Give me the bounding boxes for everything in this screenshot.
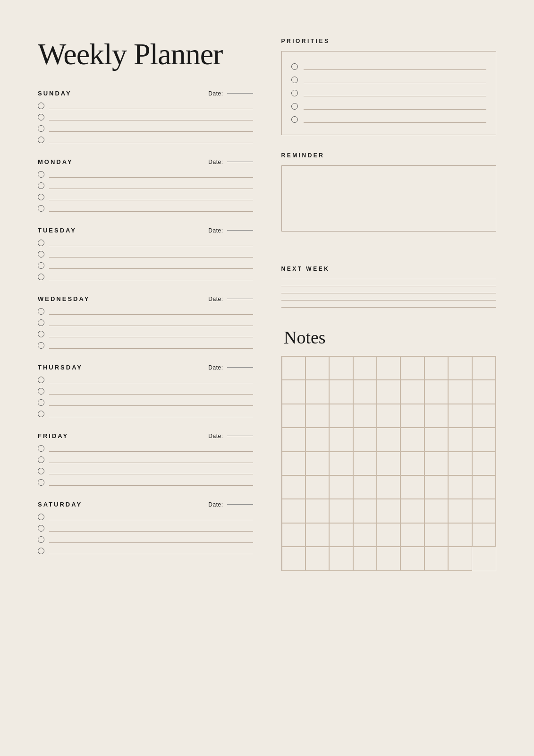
notes-cell[interactable] xyxy=(424,547,448,570)
priority-line[interactable] xyxy=(304,116,487,123)
task-line[interactable] xyxy=(49,125,253,132)
task-checkbox[interactable] xyxy=(38,125,44,132)
notes-cell[interactable] xyxy=(305,523,329,547)
task-line[interactable] xyxy=(49,468,253,474)
priority-line[interactable] xyxy=(304,77,487,83)
notes-cell[interactable] xyxy=(377,380,400,404)
notes-cell[interactable] xyxy=(329,380,353,404)
notes-cell[interactable] xyxy=(377,475,400,499)
task-checkbox[interactable] xyxy=(38,114,44,120)
task-line[interactable] xyxy=(49,399,253,406)
task-line[interactable] xyxy=(49,205,253,212)
notes-grid[interactable] xyxy=(281,356,497,571)
task-line[interactable] xyxy=(49,548,253,554)
notes-cell[interactable] xyxy=(377,499,400,523)
notes-cell[interactable] xyxy=(448,547,472,570)
notes-cell[interactable] xyxy=(448,523,472,547)
task-checkbox[interactable] xyxy=(38,468,44,474)
notes-cell[interactable] xyxy=(472,404,496,428)
notes-cell[interactable] xyxy=(305,428,329,451)
notes-cell[interactable] xyxy=(424,428,448,451)
task-checkbox[interactable] xyxy=(38,411,44,417)
notes-cell[interactable] xyxy=(472,452,496,475)
task-checkbox[interactable] xyxy=(38,171,44,178)
notes-cell[interactable] xyxy=(424,380,448,404)
notes-cell[interactable] xyxy=(400,547,424,570)
notes-cell[interactable] xyxy=(282,356,305,380)
task-checkbox[interactable] xyxy=(38,251,44,258)
task-checkbox[interactable] xyxy=(38,399,44,406)
notes-cell[interactable] xyxy=(448,380,472,404)
notes-cell[interactable] xyxy=(353,404,377,428)
notes-cell[interactable] xyxy=(448,428,472,451)
task-checkbox[interactable] xyxy=(38,137,44,143)
saturday-date-line[interactable] xyxy=(227,504,253,505)
notes-cell[interactable] xyxy=(424,452,448,475)
task-checkbox[interactable] xyxy=(38,445,44,452)
notes-cell[interactable] xyxy=(353,380,377,404)
notes-cell[interactable] xyxy=(305,547,329,570)
task-line[interactable] xyxy=(49,536,253,543)
task-line[interactable] xyxy=(49,319,253,326)
notes-cell[interactable] xyxy=(400,523,424,547)
task-line[interactable] xyxy=(49,308,253,315)
notes-cell[interactable] xyxy=(305,452,329,475)
notes-cell[interactable] xyxy=(329,428,353,451)
notes-cell[interactable] xyxy=(400,404,424,428)
notes-cell[interactable] xyxy=(353,547,377,570)
notes-cell[interactable] xyxy=(305,356,329,380)
notes-cell[interactable] xyxy=(472,523,496,547)
priority-line[interactable] xyxy=(304,103,487,110)
notes-cell[interactable] xyxy=(424,499,448,523)
notes-cell[interactable] xyxy=(400,499,424,523)
notes-cell[interactable] xyxy=(448,356,472,380)
task-line[interactable] xyxy=(49,479,253,486)
task-line[interactable] xyxy=(49,456,253,463)
priority-checkbox[interactable] xyxy=(291,103,298,110)
task-line[interactable] xyxy=(49,274,253,280)
task-line[interactable] xyxy=(49,331,253,337)
notes-cell[interactable] xyxy=(400,452,424,475)
notes-cell[interactable] xyxy=(329,356,353,380)
notes-cell[interactable] xyxy=(424,475,448,499)
notes-cell[interactable] xyxy=(329,452,353,475)
task-line[interactable] xyxy=(49,262,253,269)
tuesday-date-line[interactable] xyxy=(227,230,253,231)
notes-cell[interactable] xyxy=(377,523,400,547)
notes-cell[interactable] xyxy=(353,356,377,380)
notes-cell[interactable] xyxy=(353,428,377,451)
priority-checkbox[interactable] xyxy=(291,77,298,83)
notes-cell[interactable] xyxy=(448,404,472,428)
task-line[interactable] xyxy=(49,103,253,109)
next-week-line[interactable] xyxy=(281,279,497,279)
notes-cell[interactable] xyxy=(282,475,305,499)
task-checkbox[interactable] xyxy=(38,388,44,395)
notes-cell[interactable] xyxy=(472,475,496,499)
task-checkbox[interactable] xyxy=(38,262,44,269)
notes-cell[interactable] xyxy=(329,475,353,499)
notes-cell[interactable] xyxy=(282,428,305,451)
notes-cell[interactable] xyxy=(424,523,448,547)
task-checkbox[interactable] xyxy=(38,274,44,280)
task-checkbox[interactable] xyxy=(38,377,44,383)
notes-cell[interactable] xyxy=(305,404,329,428)
notes-cell[interactable] xyxy=(472,356,496,380)
notes-cell[interactable] xyxy=(282,404,305,428)
task-checkbox[interactable] xyxy=(38,103,44,109)
task-line[interactable] xyxy=(49,171,253,178)
notes-cell[interactable] xyxy=(305,499,329,523)
task-checkbox[interactable] xyxy=(38,182,44,189)
task-checkbox[interactable] xyxy=(38,308,44,315)
notes-cell[interactable] xyxy=(377,404,400,428)
priority-checkbox[interactable] xyxy=(291,63,298,70)
task-line[interactable] xyxy=(49,388,253,395)
task-checkbox[interactable] xyxy=(38,205,44,212)
task-checkbox[interactable] xyxy=(38,514,44,520)
task-line[interactable] xyxy=(49,194,253,200)
notes-cell[interactable] xyxy=(329,404,353,428)
notes-cell[interactable] xyxy=(282,523,305,547)
task-line[interactable] xyxy=(49,514,253,520)
notes-cell[interactable] xyxy=(377,428,400,451)
task-line[interactable] xyxy=(49,137,253,143)
notes-cell[interactable] xyxy=(282,547,305,570)
